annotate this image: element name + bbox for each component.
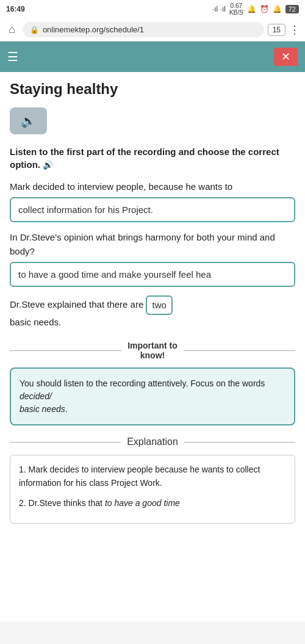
battery-badge: 72 — [285, 5, 299, 13]
main-content: Staying healthy 🔊 Listen to the first pa… — [0, 72, 305, 621]
explanation-left-line — [10, 442, 121, 443]
question3-prefix: Dr.Steve explained that there are — [10, 299, 143, 309]
url-text: onlinemektep.org/schedule/1 — [43, 25, 257, 34]
explanation-divider: Explanation — [10, 436, 295, 447]
signal-icon: ·ıl ·ıl — [212, 5, 226, 13]
lock-icon: 🔒 — [30, 26, 39, 34]
info-box: You should listen to the recording atten… — [10, 367, 295, 425]
divider-left-line — [10, 350, 121, 351]
question3-line: Dr.Steve explained that there are two ba… — [10, 295, 295, 330]
explanation-1-text: Mark decides to interview people because… — [19, 465, 260, 488]
explanation-1-number: 1. — [19, 465, 29, 474]
explanation-2-italic: to have a good time — [105, 498, 180, 508]
question1-text: Mark decided to interview people, becaus… — [10, 180, 295, 194]
explanation-box: 1. Mark decides to interview people beca… — [10, 455, 295, 524]
explanation-2-number: 2. — [19, 498, 29, 508]
important-label: Important toknow! — [127, 341, 178, 360]
action-bar: ☰ ✕ — [0, 42, 305, 72]
clock-icon: ⏰ — [260, 5, 269, 13]
instruction-text: Listen to the first part of the recordin… — [10, 145, 295, 172]
network-speed: 0.67KB/S — [229, 2, 243, 16]
alarm-icon: 🔔 — [247, 5, 256, 13]
info-text1: You should listen to the recording atten… — [20, 378, 265, 388]
url-bar[interactable]: 🔒 onlinemektep.org/schedule/1 — [23, 22, 264, 37]
explanation-2-text: Dr.Steve thinks that — [29, 498, 105, 508]
close-button[interactable]: ✕ — [274, 48, 298, 66]
info-italic1: decided/ — [20, 391, 52, 401]
explanation-item-2: 2. Dr.Steve thinks that to have a good t… — [19, 496, 286, 510]
explanation-label: Explanation — [127, 436, 178, 447]
question1-answer[interactable]: collect information for his Project. — [10, 197, 295, 222]
divider-right-line — [184, 350, 295, 351]
tab-count[interactable]: 15 — [268, 24, 285, 36]
explanation-item-1: 1. Mark decides to interview people beca… — [19, 463, 286, 490]
question3-answer[interactable]: two — [146, 295, 172, 315]
question2-answer[interactable]: to have a good time and make yourself fe… — [10, 262, 295, 287]
audio-inline-icon[interactable]: 🔊 — [43, 160, 53, 170]
important-divider: Important toknow! — [10, 341, 295, 360]
info-text3: . — [65, 404, 68, 414]
question3-suffix: basic needs. — [10, 317, 61, 327]
hamburger-menu-icon[interactable]: ☰ — [7, 49, 18, 64]
page-title: Staying healthy — [10, 81, 295, 98]
question2-text: In Dr.Steve's opinion what brings harmon… — [10, 231, 295, 258]
explanation-right-line — [184, 442, 295, 443]
status-right: ·ıl ·ıl 0.67KB/S 🔔 ⏰ 🔔 72 — [212, 2, 299, 16]
volume-icon: 🔔 — [273, 5, 282, 13]
audio-button[interactable]: 🔊 — [10, 107, 47, 134]
home-button[interactable]: ⌂ — [5, 22, 19, 37]
status-time: 16:49 — [6, 5, 25, 13]
info-italic2: basic needs — [20, 404, 65, 414]
browser-bar: ⌂ 🔒 onlinemektep.org/schedule/1 15 ⋮ — [0, 18, 305, 42]
status-bar: 16:49 ·ıl ·ıl 0.67KB/S 🔔 ⏰ 🔔 72 — [0, 0, 305, 18]
menu-dots-icon[interactable]: ⋮ — [289, 23, 300, 37]
